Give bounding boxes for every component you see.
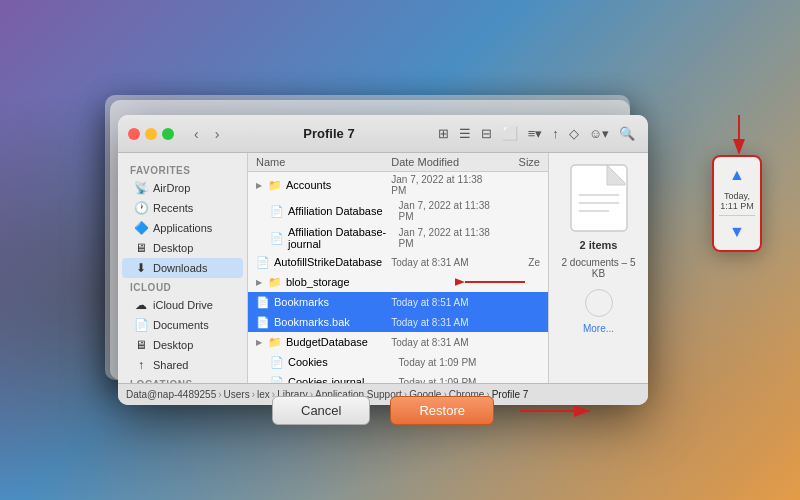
sidebar-desktop-label: Desktop [153,242,193,254]
sidebar-applications-label: Applications [153,222,212,234]
preview-panel: 2 items 2 documents – 5 KB More... [548,153,648,383]
file-row-bookmarks-bak[interactable]: 📄 Bookmarks.bak Today at 8:31 AM [248,312,548,332]
svg-rect-0 [571,165,627,231]
preview-circle-placeholder [585,289,613,317]
restore-arrow [520,401,600,424]
tag-button[interactable]: ◇ [566,124,582,143]
sidebar-item-documents[interactable]: 📄 Documents [122,315,243,335]
sidebar-downloads-label: Downloads [153,262,207,274]
timeline-down-button[interactable]: ▼ [719,218,755,246]
file-row-budget[interactable]: ▶ 📁 BudgetDatabase Today at 8:31 AM [248,332,548,352]
preview-more-button[interactable]: More... [583,323,614,334]
file-name: Cookies-journal [288,376,364,383]
file-row-affiliation-journal[interactable]: 📄 Affiliation Database-journal Jan 7, 20… [248,224,548,252]
file-icon: 📄 [270,376,284,384]
file-name: Bookmarks.bak [274,316,350,328]
file-name: Bookmarks [274,296,329,308]
sidebar-item-icloud-drive[interactable]: ☁ iCloud Drive [122,295,243,315]
sidebar-recents-label: Recents [153,202,193,214]
folder-icon: 📁 [268,276,282,289]
sidebar-desktop-icloud-label: Desktop [153,339,193,351]
sidebar-icloud-title: iCloud [118,278,247,295]
restore-button[interactable]: Restore [390,396,494,425]
finder-content: Favorites 📡 AirDrop 🕐 Recents 🔷 Applicat… [118,153,648,383]
view-grid-button[interactable]: ⊞ [435,124,452,143]
sidebar-icloud-drive-label: iCloud Drive [153,299,213,311]
forward-button[interactable]: › [211,124,224,144]
close-button[interactable] [128,128,140,140]
view-gallery-button[interactable]: ⬜ [499,124,521,143]
file-row-accounts[interactable]: ▶ 📁 Accounts Jan 7, 2022 at 11:38 PM [248,172,548,198]
share-button[interactable]: ↑ [549,124,562,143]
col-header-size: Size [493,156,540,168]
search-button[interactable]: 🔍 [616,124,638,143]
preview-detail: 2 documents – 5 KB [555,257,642,279]
timeline-date-label: Today, 1:11 PM [714,189,760,213]
cancel-button[interactable]: Cancel [272,396,370,425]
finder-window: ‹ › Profile 7 ⊞ ☰ ⊟ ⬜ ≡▾ ↑ ◇ ☺▾ 🔍 Favori… [118,115,648,405]
sidebar-item-desktop[interactable]: 🖥 Desktop [122,238,243,258]
desktop-icon: 🖥 [134,241,148,255]
col-header-date: Date Modified [391,156,492,168]
preview-document-icon [569,163,629,233]
applications-icon: 🔷 [134,221,148,235]
file-name: AutofillStrikeDatabase [274,256,382,268]
sidebar-item-applications[interactable]: 🔷 Applications [122,218,243,238]
file-date: Jan 7, 2022 at 11:38 PM [399,200,495,222]
file-name: Affiliation Database-journal [288,226,399,250]
view-columns-button[interactable]: ⊟ [478,124,495,143]
desktop-icloud-icon: 🖥 [134,338,148,352]
back-button[interactable]: ‹ [190,124,203,144]
expand-budget-icon: ▶ [256,338,262,347]
downloads-icon: ⬇ [134,261,148,275]
file-icon: 📄 [256,296,270,309]
icloud-drive-icon: ☁ [134,298,148,312]
recents-icon: 🕐 [134,201,148,215]
preview-item-count: 2 items [580,239,618,251]
file-date: Today at 8:31 AM [391,257,492,268]
airdrop-icon: 📡 [134,181,148,195]
version-timeline-panel: ▲ Today, 1:11 PM ▼ [712,155,762,252]
col-header-name: Name [256,156,391,168]
finder-toolbar: ‹ › Profile 7 ⊞ ☰ ⊟ ⬜ ≡▾ ↑ ◇ ☺▾ 🔍 [118,115,648,153]
sidebar-item-downloads[interactable]: ⬇ Downloads [122,258,243,278]
sidebar-item-shared[interactable]: ↑ Shared [122,355,243,375]
file-row-cookies[interactable]: 📄 Cookies Today at 1:09 PM [248,352,548,372]
file-row-cookies-journal[interactable]: 📄 Cookies-journal Today at 1:09 PM [248,372,548,383]
file-name: BudgetDatabase [286,336,368,348]
folder-icon: 📁 [268,179,282,192]
chevron-up-icon: ▲ [729,166,745,184]
file-name: Affiliation Database [288,205,383,217]
file-table-header: Name Date Modified Size [248,153,548,172]
toolbar-view-icons: ⊞ ☰ ⊟ ⬜ ≡▾ ↑ ◇ ☺▾ 🔍 [435,124,638,143]
action-button[interactable]: ☺▾ [586,124,612,143]
file-date: Today at 8:51 AM [391,297,492,308]
view-list-button[interactable]: ☰ [456,124,474,143]
file-name: Accounts [286,179,331,191]
file-table: Name Date Modified Size ▶ 📁 Accounts Jan… [248,153,548,383]
sidebar-item-recents[interactable]: 🕐 Recents [122,198,243,218]
file-date: Jan 7, 2022 at 11:38 PM [399,227,495,249]
sidebar-item-desktop-icloud[interactable]: 🖥 Desktop [122,335,243,355]
view-options-button[interactable]: ≡▾ [525,124,546,143]
file-row-affiliation-db[interactable]: 📄 Affiliation Database Jan 7, 2022 at 11… [248,198,548,224]
sidebar-favorites-title: Favorites [118,161,247,178]
timeline-up-button[interactable]: ▲ [719,161,755,189]
finder-filelist: Name Date Modified Size ▶ 📁 Accounts Jan… [248,153,648,383]
shared-icon: ↑ [134,358,148,372]
sidebar-shared-label: Shared [153,359,188,371]
folder-icon: 📁 [268,336,282,349]
file-icon: 📄 [270,232,284,245]
file-icon: 📄 [270,205,284,218]
maximize-button[interactable] [162,128,174,140]
sidebar-locations-title: Locations [118,375,247,383]
sidebar-item-airdrop[interactable]: 📡 AirDrop [122,178,243,198]
window-title: Profile 7 [231,126,426,141]
expand-blob-icon: ▶ [256,278,262,287]
sidebar-documents-label: Documents [153,319,209,331]
minimize-button[interactable] [145,128,157,140]
file-row-autofill[interactable]: 📄 AutofillStrikeDatabase Today at 8:31 A… [248,252,548,272]
finder-sidebar: Favorites 📡 AirDrop 🕐 Recents 🔷 Applicat… [118,153,248,383]
file-name: blob_storage [286,276,350,288]
chevron-down-icon: ▼ [729,223,745,241]
